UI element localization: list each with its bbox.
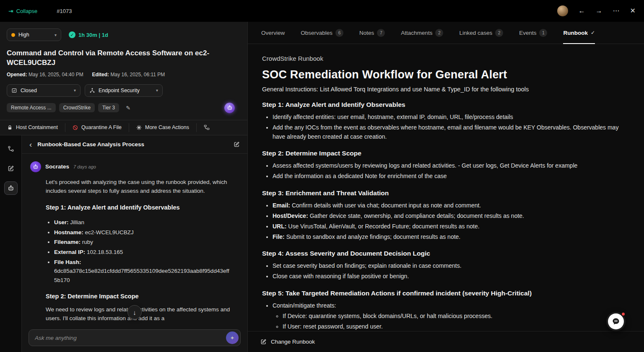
tab-badge: 2 xyxy=(495,29,503,37)
rail-assistant-icon[interactable] xyxy=(4,181,18,195)
flow-icon xyxy=(204,124,210,130)
collapse-label: Collapse xyxy=(16,8,38,14)
list-item: Filename: ruby xyxy=(54,238,230,247)
ask-input[interactable] xyxy=(29,329,241,346)
priority-dot-icon xyxy=(11,33,15,37)
edit-tags-icon[interactable]: ✎ xyxy=(126,105,130,111)
list-item: Add the information as a dedicated Note … xyxy=(273,172,630,181)
send-button[interactable]: ✦ xyxy=(226,331,239,344)
collapse-button[interactable]: ⇥ Collapse xyxy=(8,8,37,14)
runbook-step-list: Email: Confirm details with user via cha… xyxy=(262,201,630,241)
list-item: Identify affected entities: user email, … xyxy=(273,113,630,122)
close-icon[interactable]: ✕ xyxy=(630,8,636,14)
category-icon xyxy=(89,88,95,93)
down-arrow-icon: ↓ xyxy=(133,309,136,316)
scroll-to-bottom-button[interactable]: ↓ xyxy=(127,305,142,319)
chevron-down-icon: ▾ xyxy=(156,88,158,93)
opened-label: Opened: xyxy=(7,72,27,78)
runbook-instructions: General Instructions: List Allowed Torq … xyxy=(262,86,630,93)
tab-runbook[interactable]: Runbook ✓ xyxy=(563,22,595,44)
runbook-step-list: Contain/mitigate threats: If Device: qua… xyxy=(262,301,630,331)
list-item: Close case with reasoning if false posit… xyxy=(273,272,630,281)
detail-tabs: Overview Observables 6 Notes 7 Attachmen… xyxy=(248,22,644,44)
rail-compose-icon[interactable] xyxy=(4,162,18,175)
more-case-actions-button[interactable]: More Case Actions xyxy=(129,120,196,135)
list-item: If Device: quarantine systems, block dom… xyxy=(283,312,630,321)
user-avatar[interactable] xyxy=(557,5,568,16)
runbook-content: CrowdStrike Runbook SOC Remediation Work… xyxy=(248,44,644,331)
runbook-step-heading: Step 2: Determine Impact Scope xyxy=(262,150,630,157)
tab-linked-cases[interactable]: Linked cases 2 xyxy=(459,22,503,44)
list-item: External IP: 102.18.53.165 xyxy=(54,248,230,257)
tab-events[interactable]: Events 1 xyxy=(519,22,547,44)
runbook-step-heading: Step 3: Enrichment and Threat Validation xyxy=(262,189,630,197)
sparkle-icon: ✦ xyxy=(230,335,235,341)
collapse-icon: ⇥ xyxy=(8,8,13,14)
observables-list: User: Jillian Hostname: ec2-WCEL9UCBZJ F… xyxy=(46,218,230,285)
message-intro: Let's proceed with analyzing the case us… xyxy=(46,178,230,196)
top-bar: ⇥ Collapse #1073 ← → ⋯ ✕ xyxy=(0,0,644,22)
tab-attachments[interactable]: Attachments 2 xyxy=(401,22,443,44)
chat-launcher-button[interactable] xyxy=(606,312,626,331)
back-icon[interactable]: ← xyxy=(579,8,585,14)
list-item: Hostname: ec2-WCEL9UCBZJ xyxy=(54,228,230,237)
tab-overview[interactable]: Overview xyxy=(261,22,285,44)
socrates-avatar xyxy=(30,161,41,172)
back-chevron-icon[interactable]: ‹ xyxy=(29,140,32,148)
list-item: Email: Confirm details with user via cha… xyxy=(273,201,630,210)
runbook-step-list: Identify affected entities: user email, … xyxy=(262,113,630,141)
chat-input-bar: ✦ xyxy=(22,325,247,352)
category-dropdown[interactable]: Endpoint Security ▾ xyxy=(85,84,163,97)
chevron-down-icon: ▾ xyxy=(74,88,76,93)
tab-notes[interactable]: Notes 7 xyxy=(359,22,385,44)
case-number: #1073 xyxy=(57,8,72,14)
category-value: Endpoint Security xyxy=(99,88,140,93)
chat-header: ‹ Runbook-Based Case Analysis Process xyxy=(22,135,247,154)
new-chat-icon[interactable] xyxy=(234,141,240,148)
host-containment-button[interactable]: Host Containment xyxy=(0,120,65,135)
assignee-bot-avatar[interactable] xyxy=(224,103,235,113)
rail-workflow-icon[interactable] xyxy=(4,142,18,155)
runbook-step-heading: Step 1: Analyze Alert and Identify Obser… xyxy=(262,101,630,109)
change-runbook-label: Change Runbook xyxy=(271,339,315,345)
forward-icon[interactable]: → xyxy=(596,8,602,14)
message-step2-heading: Step 2: Determine Impact Scope xyxy=(46,292,230,301)
message-header: Socrates 7 days ago xyxy=(30,161,239,172)
status-dropdown[interactable]: Closed ▾ xyxy=(7,84,80,97)
change-runbook-button[interactable]: Change Runbook xyxy=(248,331,644,352)
tab-observables[interactable]: Observables 6 xyxy=(301,22,343,44)
priority-dropdown[interactable]: High ▾ xyxy=(7,28,61,41)
tab-badge: 1 xyxy=(539,29,547,37)
tag-chip[interactable]: Remote Access ... xyxy=(7,103,56,112)
case-flow-button[interactable] xyxy=(197,120,217,135)
tab-badge: 2 xyxy=(435,29,443,37)
status-icon xyxy=(11,88,17,93)
topbar-right-controls: ← → ⋯ ✕ xyxy=(557,5,636,16)
list-item: URL: Use VirusTotal, AlienVault, or Reco… xyxy=(273,222,630,231)
notification-dot xyxy=(621,312,626,316)
message-author: Socrates xyxy=(45,163,69,170)
message-body: Let's proceed with analyzing the case us… xyxy=(46,178,230,323)
list-item: Add the any IOCs from the event as obser… xyxy=(273,123,630,142)
opened-value: May 16, 2025, 04:40 PM xyxy=(29,72,83,78)
tag-chip[interactable]: CrowdStrike xyxy=(59,103,95,112)
tags-row: Remote Access ... CrowdStrike Tier 3 ✎ xyxy=(7,103,241,113)
edited-label: Edited: xyxy=(92,72,109,78)
runbook-title: SOC Remediation Workflow for General Ale… xyxy=(262,68,630,81)
left-icon-rail xyxy=(0,135,22,352)
edit-icon xyxy=(260,339,267,345)
status-value: Closed xyxy=(21,88,37,93)
more-options-icon[interactable]: ⋯ xyxy=(613,8,620,14)
lock-icon xyxy=(7,125,13,130)
list-item: File Hash:6dc85a378c15e82d1cfddd7ff56553… xyxy=(54,258,230,285)
tag-chip[interactable]: Tier 3 xyxy=(98,103,119,112)
runbook-step-heading: Step 5: Take Targeted Remediation Action… xyxy=(262,290,630,297)
list-item: User: Jillian xyxy=(54,218,230,227)
case-meta: High ▾ ✓ 1h 30m | 1d Command and Control… xyxy=(0,22,247,113)
quarantine-file-button[interactable]: Quarantine A File xyxy=(65,120,129,135)
assistant-chat-panel: ‹ Runbook-Based Case Analysis Process So… xyxy=(22,135,247,352)
tab-badge: 6 xyxy=(335,29,343,37)
runbook-subtitle: CrowdStrike Runbook xyxy=(262,55,630,62)
message-timestamp: 7 days ago xyxy=(73,164,96,169)
sla-timer: ✓ 1h 30m | 1d xyxy=(69,31,108,38)
